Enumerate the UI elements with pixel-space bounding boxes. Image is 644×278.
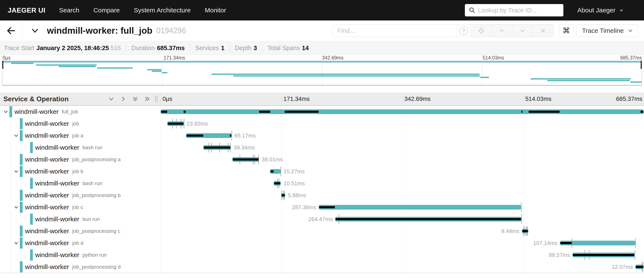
span-row-label[interactable]: windmill-workerjob_postprocessing d [0,261,160,273]
span-bar[interactable] [318,205,521,210]
trace-summary-bar: Trace Start January 2 2025, 18:46:25.515… [0,41,644,55]
span-row-label[interactable]: windmill-workerpython run [0,249,160,261]
back-button[interactable] [0,20,22,41]
command-icon: ⌘ [562,26,570,35]
tree-guide-line [21,213,21,225]
divider [126,44,126,52]
service-name: windmill-workerbash run [35,142,102,154]
critical-path-segment [186,134,203,137]
trace-start-label: Trace Start [4,44,34,52]
span-row-label[interactable]: windmill-workerbash run [0,177,160,189]
service-color-block [20,130,22,141]
span-row-label[interactable]: windmill-workerjob b [0,166,160,177]
service-color-block [30,178,33,189]
nav-item-system-architecture[interactable]: System Architecture [134,6,191,14]
minimap-span-bar [59,66,96,67]
service-name-text: windmill-worker [25,240,69,247]
column-resize-handle[interactable] [155,96,157,102]
collapse-all-icon[interactable] [132,96,138,102]
trace-start-value: January 2 2025, 18:46:25 [36,44,109,52]
expand-all-icon[interactable] [144,96,150,102]
span-row-label[interactable]: windmill-workerjob a [0,130,160,142]
span-log-tick [521,202,522,212]
nav-item-compare[interactable]: Compare [94,6,120,14]
find-input[interactable]: Find... [332,24,456,37]
about-jaeger-menu[interactable]: About Jaeger [578,6,624,14]
service-name: windmill-workerjob_postprocessing c [25,225,120,237]
critical-path-segment [204,146,230,148]
prev-result-button[interactable] [491,24,512,37]
expand-one-icon[interactable] [120,96,126,102]
minimap-span-bar [630,82,642,83]
span-row-label[interactable]: windmill-workerjob [0,118,160,130]
tree-controls [108,96,150,102]
span-duration-label: 65.17ms [234,132,256,139]
span-row-label[interactable]: windmill-workerjob_postprocessing a [0,154,160,166]
span-collapse-chevron-icon[interactable] [14,204,19,211]
span-timeline-cell: 12.07ms [160,261,644,273]
next-result-button[interactable] [512,24,533,37]
critical-path-segment [282,194,284,196]
span-row-label[interactable]: windmill-workerfull_job [0,106,160,118]
span-bar[interactable] [160,109,644,114]
viewport-left-scrubber[interactable] [2,61,4,69]
operation-name: python run [82,252,106,258]
span-collapse-chevron-icon[interactable] [14,133,19,139]
service-name: windmill-workerjob [25,118,79,130]
span-row-label[interactable]: windmill-workerjob d [0,237,160,249]
collapse-one-icon[interactable] [108,96,114,102]
span-row: windmill-workerfull_job [0,106,644,118]
critical-path-segment [319,206,335,208]
span-collapse-chevron-icon[interactable] [14,240,19,247]
divider [262,44,262,52]
service-name-text: windmill-worker [25,204,69,211]
critical-path-segment [522,111,523,113]
operation-name: job c [72,204,83,210]
service-name-text: windmill-worker [14,108,59,115]
app-logo[interactable]: JAEGER UI [8,6,46,14]
nav-item-search[interactable]: Search [59,6,79,14]
critical-path-segment [233,158,258,160]
span-duration-label: 10.51ms [284,180,305,187]
critical-path-segment [274,182,280,184]
span-duration-label: 287.36ms [292,204,316,211]
timeline-minimap[interactable] [2,60,642,86]
minimap-span-bar [11,63,34,64]
focus-span-button[interactable] [471,24,491,37]
trace-view-selector[interactable]: Trace Timeline [576,24,638,37]
service-name: windmill-workerbash run [35,177,102,189]
minimap-tick-1: 171.34ms [164,55,185,61]
clear-search-button[interactable]: ✕ [533,24,553,37]
service-color-block [20,261,22,272]
span-collapse-chevron-icon[interactable] [3,109,8,115]
span-row-label[interactable]: windmill-workerjob_postprocessing c [0,225,160,237]
span-row: windmill-workerjob_postprocessing b5.88m… [0,189,644,201]
divider [190,44,190,52]
trace-lookup-input[interactable]: Lookup by Trace ID... [465,4,564,16]
span-row-label[interactable]: windmill-workerjob c [0,201,160,213]
span-duration-label: 9.44ms [501,228,520,234]
span-timeline-cell: 107.14ms [160,237,644,249]
critical-path-segment [336,218,521,220]
critical-path-segment [270,170,274,172]
service-name-text: windmill-worker [25,156,69,163]
viewport-right-scrubber[interactable] [640,61,642,69]
service-name: windmill-workerjob_postprocessing a [25,154,121,166]
span-row-label[interactable]: windmill-workerbash run [0,142,160,154]
span-row-label[interactable]: windmill-workerjob_postprocessing b [0,189,160,201]
service-name: windmill-workerbun run [35,213,100,225]
find-help-button[interactable]: ? [456,24,471,37]
span-collapse-chevron-icon[interactable] [14,169,19,175]
service-name: windmill-workerjob d [25,237,84,249]
nav-item-monitor[interactable]: Monitor [205,6,226,14]
span-row: windmill-workerbash run39.34ms [0,142,644,154]
service-color-block [10,106,12,117]
service-color-block [30,142,33,153]
span-row-label[interactable]: windmill-workerbun run [0,213,160,225]
chevron-up-icon [498,28,505,34]
span-timeline-cell: 287.36ms [160,201,644,213]
minimap-tick-labels: 0µs 171.34ms 342.69ms 514.03ms 685.37ms [0,55,644,60]
collapse-trace-detail-button[interactable] [31,26,39,35]
keyboard-shortcuts-button[interactable]: ⌘ [559,24,574,37]
operation-name: job a [72,132,84,138]
